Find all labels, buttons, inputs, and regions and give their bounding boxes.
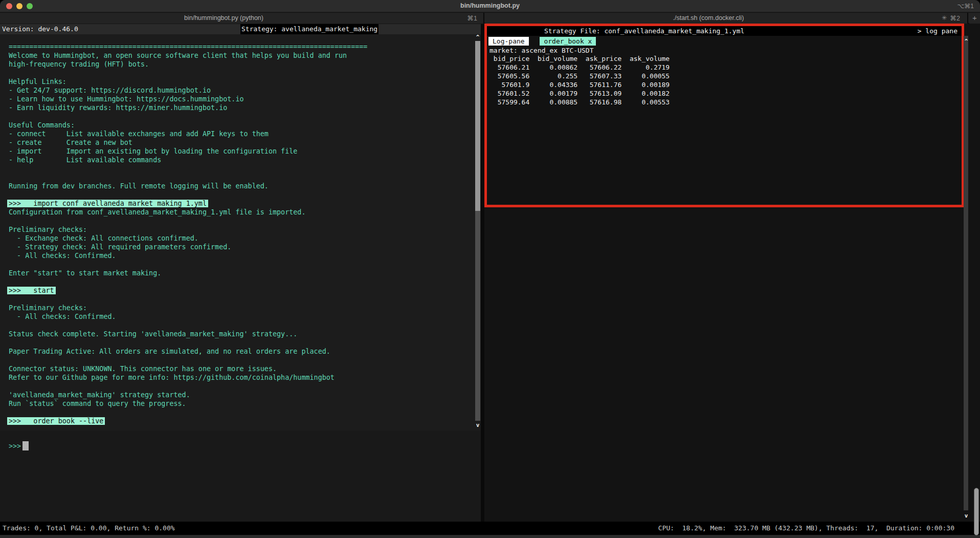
log-line: Status check complete. Starting 'avellan… [0,330,481,338]
scroll-down-indicator: v [963,512,970,519]
log-line [0,408,481,417]
tab-shortcut: ⌘2 [950,14,960,22]
log-line: - Earn liquidity rewards: https://miner.… [0,103,481,112]
tab-log-pane[interactable]: Log-pane [488,37,529,46]
log-line: high-frequency trading (HFT) bots. [0,60,481,69]
log-line: Run `status` command to query the progre… [0,399,481,408]
log-line: Paper Trading Active: All orders are sim… [0,347,481,356]
prompt-label: >>> [9,442,21,450]
market-label: market: ascend_ex BTC-USDT [489,46,594,55]
log-line: Connector status: UNKNOWN. This connecto… [0,364,481,373]
pane-divider [481,24,484,522]
right-scrollbar-track[interactable] [964,36,968,510]
log-line [0,112,481,121]
titlebar: bin/hummingbot.py ⌥⌘1 [0,0,980,12]
tab-label: ./start.sh (com.docker.cli) [485,14,931,21]
log-line: Welcome to Hummingbot, an open source so… [0,51,481,60]
log-line: - import Import an existing bot by loadi… [0,147,481,156]
tab-label: bin/hummingbot.py (python) [0,14,448,21]
log-line: - Exchange check: All connections confir… [0,234,481,243]
log-line [0,295,481,304]
window-bottom-edge [0,535,980,538]
log-line [0,190,481,199]
log-line: Preliminary checks: [0,225,481,234]
log-line: 'avellaneda_market_making' strategy star… [0,391,481,399]
command-input-area[interactable]: >>> [0,431,481,522]
trades-status-label: Trades: 0, Total P&L: 0.00, Return %: 0.… [3,522,175,535]
log-line: - create Create a new bot [0,138,481,147]
window-title: bin/hummingbot.py [0,2,980,9]
log-line: Refer to our Github page for more info: … [0,373,481,382]
log-line [0,217,481,225]
order-book-table: bid_price bid_volume ask_price ask_volum… [489,54,670,106]
log-line: Useful Commands: [0,121,481,130]
log-line [0,321,481,330]
log-line [0,382,481,391]
log-line: - Get 24/7 support: https://discord.humm… [0,86,481,95]
log-line [0,260,481,269]
log-pane-label: > log pane [918,26,957,36]
log-line [0,338,481,347]
log-line [0,277,481,286]
log-line: Configuration from conf_avellaneda_marke… [0,208,481,217]
strategy-file-label: Strategy File: conf_avellaneda_market_ma… [544,26,744,36]
status-bar: Trades: 0, Total P&L: 0.00, Return %: 0.… [0,522,980,535]
spinner-icon: ✳ [942,14,947,21]
strategy-file-bar: Strategy File: conf_avellaneda_market_ma… [487,26,962,36]
hummingbot-topbar: Version: dev-0.46.0 Strategy: avellaneda… [0,24,481,34]
pane-tab-bar: bin/hummingbot.py (python) ⌘1 ./start.sh… [0,13,980,24]
terminal-window: bin/hummingbot.py ⌥⌘1 bin/hummingbot.py … [0,0,980,538]
docker-pane: Strategy File: conf_avellaneda_market_ma… [484,24,980,522]
strategy-label: Strategy: avellaneda_market_making [240,24,378,34]
command-line: >>> order_book --live [0,417,481,425]
log-line: ========================================… [0,42,481,51]
log-line: Running from dev branches. Full remote l… [0,182,481,190]
log-line: - connect List available exchanges and a… [0,130,481,138]
log-line: - Learn how to use Hummingbot: https://d… [0,95,481,103]
system-status-label: CPU: 18.2%, Mem: 323.70 MB (432.23 MB), … [658,522,954,535]
active-pane-highlight-border: Strategy File: conf_avellaneda_market_ma… [484,24,964,207]
tab-order-book[interactable]: order_book x [540,37,596,46]
log-line: - All checks: Confirmed. [0,312,481,321]
log-tabs: Log-pane order_book x [488,37,596,46]
scroll-up-indicator: ^ [474,34,481,40]
left-scrollbar-thumb[interactable] [475,41,480,211]
scroll-up-indicator: ^ [963,38,970,45]
tab-docker-pane[interactable]: ./start.sh (com.docker.cli) ✳ ⌘2 [485,13,968,24]
version-label: Version: dev-0.46.0 [2,24,78,34]
log-line: Enter "start" to start market making. [0,269,481,277]
command-line: >>> start [0,286,481,295]
log-line [0,173,481,182]
new-tab-button[interactable]: + [969,13,980,24]
macos-scrollbar-thumb[interactable] [974,488,979,535]
log-line: Preliminary checks: [0,304,481,312]
tab-hummingbot-pane[interactable]: bin/hummingbot.py (python) ⌘1 [0,13,484,24]
log-line [0,164,481,173]
log-line: - help List available commands [0,156,481,164]
log-line [0,69,481,77]
tab-shortcut: ⌘1 [467,14,477,22]
left-scrollbar-track[interactable] [475,211,480,421]
log-line: - All checks: Confirmed. [0,251,481,260]
log-line: Helpful Links: [0,77,481,86]
window-shortcut-label: ⌥⌘1 [957,3,974,10]
scroll-down-indicator: v [474,422,481,428]
text-cursor [23,441,29,450]
output-log-area[interactable]: ========================================… [0,34,481,431]
command-line: >>> import conf_avellaneda_market_making… [0,199,481,208]
log-line: - Strategy check: All required parameter… [0,243,481,251]
log-line [0,356,481,364]
